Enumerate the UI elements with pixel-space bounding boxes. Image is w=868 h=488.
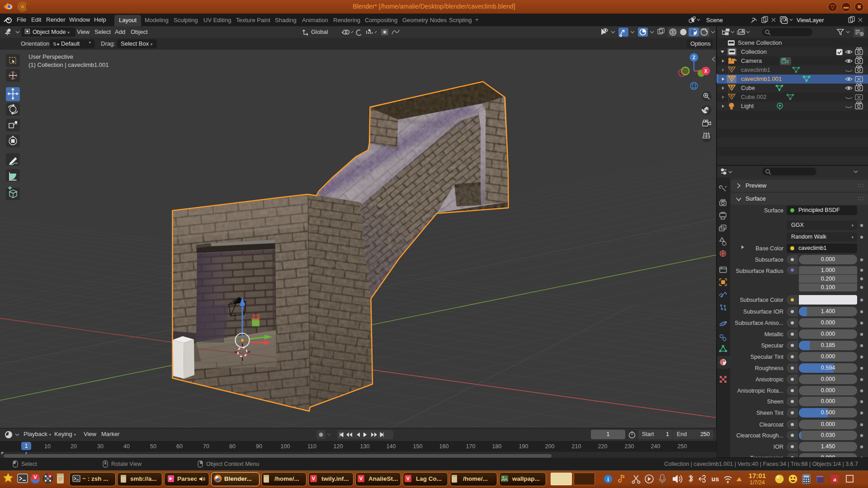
svg-text:ViewLayer: ViewLayer bbox=[797, 17, 824, 23]
svg-text:V: V bbox=[312, 476, 316, 481]
svg-text:V: V bbox=[359, 476, 363, 481]
svg-text:V: V bbox=[33, 474, 37, 480]
svg-text:Scene: Scene bbox=[706, 17, 723, 23]
svg-text:Z: Z bbox=[693, 55, 695, 60]
svg-text:a: a bbox=[833, 476, 836, 483]
svg-text:i: i bbox=[607, 476, 609, 483]
svg-text:us: us bbox=[712, 475, 719, 483]
svg-text:X: X bbox=[704, 69, 708, 74]
svg-text:V: V bbox=[406, 476, 410, 481]
